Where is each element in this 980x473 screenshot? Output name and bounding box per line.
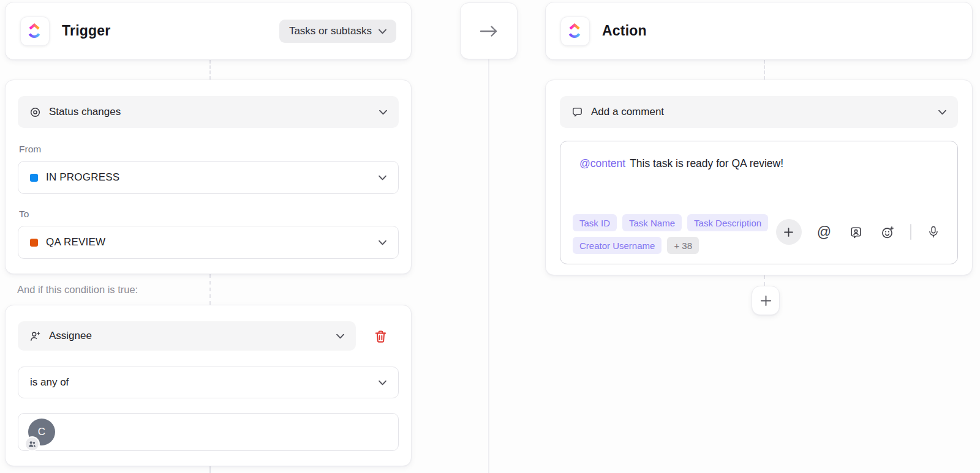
action-type-dropdown[interactable]: Add a comment [560,96,958,128]
dynamic-token-list: Task ID Task Name Task Description Creat… [573,214,801,254]
toolbar-divider [910,224,911,240]
action-config-card: Add a comment @contentThis task is ready… [545,80,973,275]
add-step-button[interactable] [752,286,780,315]
to-status-value: QA REVIEW [46,236,105,248]
add-emoji-button[interactable] [878,223,897,242]
condition-operator-label: is any of [30,376,69,389]
action-connector-line [764,60,765,80]
comment-text: This task is ready for QA review! [630,157,783,169]
mention-chip[interactable]: @content [579,157,625,169]
more-tokens-badge[interactable]: + 38 [667,237,699,254]
chevron-down-icon [379,171,386,184]
from-status-value: IN PROGRESS [46,171,119,184]
add-step-connector-line [764,275,765,286]
from-status-dropdown[interactable]: IN PROGRESS [18,161,399,194]
condition-intro-text: And if this condition is true: [17,284,138,296]
trigger-scope-label: Tasks or subtasks [289,25,372,37]
trash-icon [374,329,388,343]
assignee-person-plus-icon [29,330,41,342]
token-creator-username[interactable]: Creator Username [573,237,662,254]
add-attachment-button[interactable] [776,219,802,245]
trigger-event-label: Status changes [49,106,121,118]
condition-field-label: Assignee [49,330,92,342]
action-title: Action [602,23,647,39]
action-header-card: Action [545,2,973,60]
comment-toolbar: @ [776,219,943,245]
trigger-title: Trigger [62,23,110,39]
condition-connector-line [209,274,211,305]
comment-bubble-icon [571,106,583,118]
delete-condition-button[interactable] [371,327,390,346]
assignee-avatar[interactable]: C [28,419,55,445]
trigger-event-dropdown[interactable]: Status changes [18,96,399,128]
token-task-description[interactable]: Task Description [687,214,768,231]
token-task-id[interactable]: Task ID [573,214,617,231]
to-status-dropdown[interactable]: QA REVIEW [18,226,399,259]
trigger-connector-line [209,60,211,80]
action-type-label: Add a comment [591,106,664,118]
chevron-down-icon [379,376,386,389]
condition-field-dropdown[interactable]: Assignee [18,321,356,351]
trigger-config-card: Status changes From IN PROGRESS To QA RE… [5,80,412,274]
assignee-avatar-initial: C [38,426,45,438]
chevron-down-icon [379,25,386,37]
mention-at-icon: @ [817,225,831,239]
status-color-swatch [30,174,38,182]
add-emoji-icon [881,225,895,239]
comment-content[interactable]: @contentThis task is ready for QA review… [579,157,783,170]
plus-icon [760,294,772,307]
comment-editor[interactable]: @contentThis task is ready for QA review… [560,141,958,264]
condition-operator-dropdown[interactable]: is any of [18,367,399,398]
chevron-down-icon [379,236,386,248]
status-color-swatch [30,239,38,247]
automation-canvas: Trigger Tasks or subtasks Status changes… [0,0,980,473]
flow-connector-line [488,59,489,473]
trigger-header-card: Trigger Tasks or subtasks [5,2,412,60]
microphone-icon [927,225,940,239]
chevron-down-icon [938,106,946,118]
clickup-logo [560,17,590,46]
clip-person-bubble-icon [849,225,863,239]
trigger-action-connector-card [460,2,518,59]
condition-connector-line-bottom [209,466,211,473]
chevron-down-icon [336,330,344,342]
from-label: From [19,144,399,155]
token-task-name[interactable]: Task Name [622,214,682,231]
chevron-down-icon [379,106,387,118]
condition-card: Assignee is any of [5,305,412,466]
people-group-icon [24,436,40,452]
clip-comment-button[interactable] [846,223,865,242]
arrow-right-icon [478,24,499,39]
plus-icon [783,226,794,238]
to-label: To [19,209,399,220]
trigger-scope-dropdown[interactable]: Tasks or subtasks [279,20,396,43]
condition-value-field[interactable]: C [18,413,399,451]
clickup-logo [20,17,50,46]
mention-button[interactable]: @ [815,223,834,242]
status-target-icon [29,106,41,118]
voice-clip-button[interactable] [924,223,943,241]
